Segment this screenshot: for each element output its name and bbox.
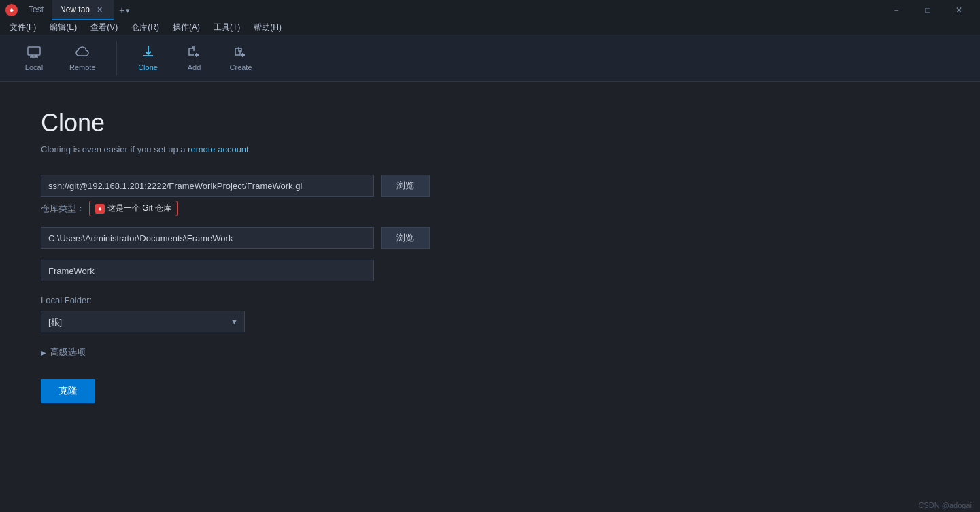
remote-label: Remote (69, 63, 96, 71)
remote-icon (75, 45, 90, 61)
footer-text: CSDN @adogai (919, 501, 972, 509)
local-folder-select-wrapper: [根] 根 src docs ▼ (41, 311, 245, 332)
add-icon (187, 45, 202, 61)
menu-repo[interactable]: 仓库(R) (124, 20, 166, 35)
toolbar-local[interactable]: Local (14, 41, 54, 75)
local-folder-select[interactable]: [根] 根 src docs (41, 311, 245, 332)
tab-newtab[interactable]: New tab ✕ (52, 0, 114, 20)
path-input[interactable] (41, 227, 374, 249)
add-label: Add (188, 63, 201, 71)
local-folder-label: Local Folder: (41, 295, 939, 305)
svg-rect-1 (28, 47, 40, 55)
tab-bar: Test New tab ✕ + ▾ (20, 0, 135, 20)
minimize-button[interactable]: − (881, 0, 912, 20)
create-icon (233, 45, 248, 61)
add-tab-button[interactable]: + ▾ (114, 5, 135, 16)
local-label: Local (25, 63, 43, 71)
url-input[interactable] (41, 175, 374, 197)
menu-edit[interactable]: 编辑(E) (43, 20, 84, 35)
repo-type-label: 仓库类型： (41, 203, 85, 215)
menu-help[interactable]: 帮助(H) (247, 20, 288, 35)
advanced-options-label: 高级选项 (50, 346, 86, 358)
menu-view[interactable]: 查看(V) (84, 20, 124, 35)
repo-type-row: 仓库类型： ♦ 这是一个 Git 仓库 (41, 201, 939, 216)
path-browse-button[interactable]: 浏览 (381, 227, 430, 249)
path-row: 浏览 (41, 227, 939, 249)
tab-test[interactable]: Test (20, 0, 52, 20)
chevron-right-icon: ▶ (41, 349, 46, 356)
menu-tools[interactable]: 工具(T) (207, 20, 247, 35)
menu-file[interactable]: 文件(F) (3, 20, 43, 35)
toolbar: Local Remote Clone Add (0, 35, 980, 82)
menu-actions[interactable]: 操作(A) (166, 20, 207, 35)
window-controls: − □ ✕ (881, 0, 975, 20)
subtitle: Cloning is even easier if you set up a r… (41, 144, 939, 154)
url-row: 浏览 (41, 175, 939, 197)
create-label: Create (230, 63, 252, 71)
toolbar-create[interactable]: Create (220, 41, 262, 75)
title-bar: Test New tab ✕ + ▾ − □ ✕ (0, 0, 980, 20)
close-button[interactable]: ✕ (943, 0, 975, 20)
toolbar-divider (116, 41, 117, 75)
advanced-options-row[interactable]: ▶ 高级选项 (41, 346, 939, 358)
local-icon (27, 45, 41, 61)
name-input[interactable] (41, 260, 374, 281)
url-browse-button[interactable]: 浏览 (381, 175, 430, 197)
toolbar-add[interactable]: Add (174, 41, 215, 75)
toolbar-clone[interactable]: Clone (128, 41, 169, 75)
clone-icon (141, 45, 156, 61)
maximize-button[interactable]: □ (912, 0, 943, 20)
tab-close-button[interactable]: ✕ (94, 4, 105, 16)
git-icon: ♦ (95, 204, 105, 214)
menu-bar: 文件(F) 编辑(E) 查看(V) 仓库(R) 操作(A) 工具(T) 帮助(H… (0, 20, 980, 35)
toolbar-remote[interactable]: Remote (60, 41, 105, 75)
page-title: Clone (41, 109, 939, 137)
main-content: Clone Cloning is even easier if you set … (0, 82, 980, 512)
repo-type-badge: ♦ 这是一个 Git 仓库 (89, 201, 178, 216)
footer: CSDN @adogai (911, 498, 980, 512)
clone-button[interactable]: 克隆 (41, 379, 95, 403)
clone-label: Clone (138, 63, 158, 71)
app-icon (5, 4, 18, 16)
title-bar-left: Test New tab ✕ + ▾ (5, 0, 135, 20)
remote-account-link[interactable]: remote account (188, 144, 249, 154)
